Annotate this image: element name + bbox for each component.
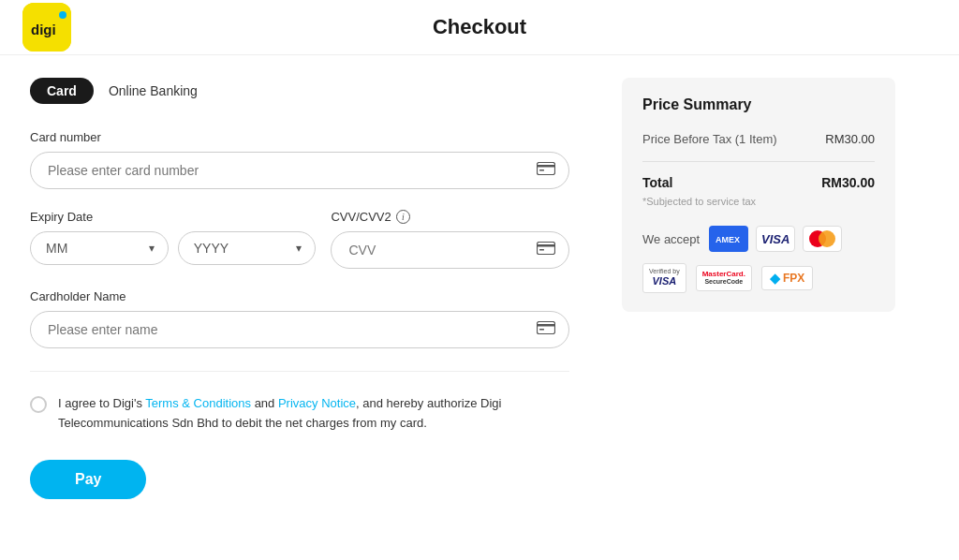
month-chevron-icon: ▾	[149, 242, 155, 255]
security-logos-row: Verified by VISA MasterCard. SecureCode …	[642, 263, 875, 293]
page-title: Checkout	[433, 15, 526, 39]
svg-rect-10	[537, 324, 555, 327]
expiry-group: Expiry Date MM 01020304 05060708 0910111…	[30, 210, 316, 269]
svg-rect-4	[537, 165, 555, 168]
price-summary-box: Price Summary Price Before Tax (1 Item) …	[622, 78, 895, 312]
price-summary-title: Price Summary	[642, 96, 875, 113]
cvv-wrapper	[331, 231, 569, 269]
card-icons: AMEX VISA	[709, 226, 842, 252]
cardholder-name-wrapper	[30, 311, 569, 348]
amex-svg: AMEX	[712, 228, 745, 249]
svg-rect-6	[538, 243, 555, 255]
we-accept-row: We accept AMEX VISA	[642, 226, 875, 252]
digi-logo: digi	[22, 3, 71, 52]
card-number-wrapper	[30, 152, 569, 189]
year-select[interactable]: YYYY 2024202520262027 202820292030	[194, 241, 297, 256]
fpx-text: FPX	[783, 272, 804, 285]
verified-visa-logo: Verified by VISA	[642, 263, 686, 293]
terms-link[interactable]: Terms & Conditions	[145, 396, 251, 410]
agreement-before: I agree to Digi's	[58, 396, 145, 410]
cvv-scan-icon	[537, 242, 555, 258]
name-scan-icon	[537, 321, 555, 338]
cvv-info-icon[interactable]: i	[396, 210, 410, 224]
cardholder-name-label: Cardholder Name	[30, 289, 569, 303]
pay-button[interactable]: Pay	[30, 460, 146, 499]
svg-text:digi: digi	[31, 22, 56, 37]
agreement-row: I agree to Digi's Terms & Conditions and…	[30, 394, 569, 434]
total-value: RM30.00	[821, 175, 875, 190]
card-scan-icon	[537, 162, 555, 179]
year-chevron-icon: ▾	[296, 242, 302, 255]
svg-rect-5	[539, 169, 544, 171]
mastercard-icon	[803, 226, 842, 252]
expiry-label: Expiry Date	[30, 210, 316, 224]
cardholder-name-input[interactable]	[48, 322, 537, 337]
year-select-wrapper[interactable]: YYYY 2024202520262027 202820292030 ▾	[178, 231, 317, 265]
month-select[interactable]: MM 01020304 05060708 09101112	[46, 241, 149, 256]
svg-rect-9	[538, 322, 555, 334]
price-before-tax-row: Price Before Tax (1 Item) RM30.00	[642, 132, 875, 146]
we-accept-label: We accept	[642, 232, 700, 246]
cvv-label: CVV/CVV2	[331, 210, 391, 224]
svg-point-2	[59, 11, 66, 19]
expiry-cvv-row: Expiry Date MM 01020304 05060708 0910111…	[30, 210, 569, 269]
logo-svg: digi	[22, 3, 71, 52]
we-accept-section: We accept AMEX VISA	[642, 226, 875, 293]
visa-icon: VISA	[756, 226, 795, 252]
left-panel: Card Online Banking Card number	[0, 55, 599, 522]
agreement-checkbox[interactable]	[30, 396, 47, 413]
total-label: Total	[642, 175, 672, 190]
card-number-group: Card number	[30, 130, 569, 189]
tab-card[interactable]: Card	[30, 78, 94, 104]
amex-icon: AMEX	[709, 226, 748, 252]
card-number-input[interactable]	[48, 163, 537, 178]
expiry-selects: MM 01020304 05060708 09101112 ▾ YYYY 202…	[30, 231, 316, 265]
verified-by-text: Verified by	[649, 268, 680, 275]
visa-text: VISA	[653, 275, 677, 287]
svg-rect-11	[539, 329, 544, 331]
svg-rect-8	[539, 249, 544, 251]
price-before-tax-value: RM30.00	[825, 132, 875, 146]
svg-text:AMEX: AMEX	[716, 235, 740, 244]
agreement-text: I agree to Digi's Terms & Conditions and…	[58, 394, 569, 434]
privacy-link[interactable]: Privacy Notice	[278, 396, 356, 410]
page-header: digi Checkout	[0, 0, 959, 55]
cvv-group: CVV/CVV2 i	[331, 210, 569, 269]
cvv-label-row: CVV/CVV2 i	[331, 210, 569, 224]
fpx-diamond-icon: ◆	[770, 271, 780, 286]
mc-right-circle	[819, 230, 835, 247]
agreement-middle: and	[251, 396, 278, 410]
securecode-text: SecureCode	[704, 278, 743, 286]
main-content: Card Online Banking Card number	[0, 55, 959, 522]
cardholder-name-group: Cardholder Name	[30, 289, 569, 348]
tab-online-banking[interactable]: Online Banking	[109, 83, 198, 98]
right-panel: Price Summary Price Before Tax (1 Item) …	[599, 55, 918, 522]
total-row: Total RM30.00	[642, 161, 875, 190]
tab-bar: Card Online Banking	[30, 78, 569, 104]
service-tax-note: *Subjected to service tax	[642, 196, 875, 207]
mastercard-brand-text: MasterCard.	[702, 270, 745, 279]
svg-rect-7	[537, 244, 555, 247]
cvv-input[interactable]	[348, 243, 537, 258]
price-before-tax-label: Price Before Tax (1 Item)	[642, 132, 777, 146]
month-select-wrapper[interactable]: MM 01020304 05060708 09101112 ▾	[30, 231, 169, 265]
mastercard-securecode-logo: MasterCard. SecureCode	[696, 265, 752, 291]
svg-rect-3	[538, 163, 555, 175]
fpx-logo: ◆ FPX	[761, 266, 813, 290]
card-number-label: Card number	[30, 130, 569, 144]
form-divider	[30, 371, 569, 372]
